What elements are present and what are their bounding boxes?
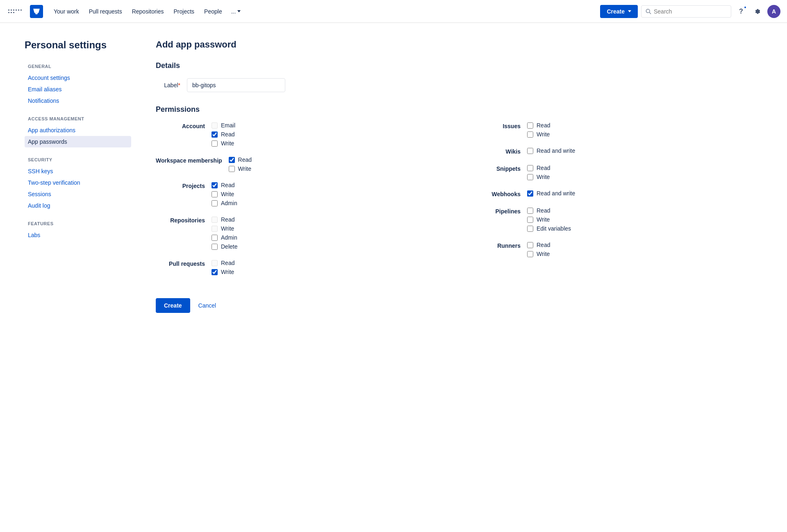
sidebar-item-app-authorizations[interactable]: App authorizations [25, 125, 131, 136]
chevron-down-icon [628, 10, 631, 12]
checkbox-pull-requests-write[interactable] [212, 269, 218, 275]
sidebar-section-3: FEATURESLabs [25, 221, 131, 241]
checkbox-account-read[interactable] [212, 131, 218, 138]
perm-group-label-1: Wikis [471, 147, 521, 155]
nav-links: Your work Pull requests Repositories Pro… [50, 6, 597, 17]
checkbox-runners-read[interactable] [527, 242, 533, 248]
search-box[interactable] [641, 5, 731, 18]
perm-option-pipelines-edit-variables[interactable]: Edit variables [527, 225, 571, 232]
nav-pull-requests[interactable]: Pull requests [85, 6, 126, 17]
sidebar-item-ssh-keys[interactable]: SSH keys [25, 165, 131, 177]
top-navigation: Your work Pull requests Repositories Pro… [0, 0, 787, 23]
perm-option-account-email[interactable]: Email [212, 122, 235, 129]
perm-option-account-write[interactable]: Write [212, 140, 235, 147]
sidebar-item-email-aliases[interactable]: Email aliases [25, 84, 131, 95]
checkbox-runners-write[interactable] [527, 251, 533, 257]
details-heading: Details [156, 61, 762, 70]
label-input[interactable] [187, 78, 285, 92]
checkbox-wikis-read-and-write[interactable] [527, 148, 533, 154]
checkbox-pipelines-write[interactable] [527, 217, 533, 223]
perm-option-issues-read[interactable]: Read [527, 122, 550, 129]
details-section: Details Label* [156, 61, 762, 92]
perm-group-label-0: Issues [471, 122, 521, 129]
checkbox-pipelines-edit-variables[interactable] [527, 226, 533, 232]
label-field-label: Label* [156, 82, 180, 88]
sidebar-item-two-step-verification[interactable]: Two-step verification [25, 177, 131, 188]
checkbox-pipelines-read[interactable] [527, 208, 533, 214]
sidebar-item-app-passwords[interactable]: App passwords [25, 136, 131, 147]
help-badge [744, 6, 747, 9]
perm-option-snippets-write[interactable]: Write [527, 174, 550, 180]
sidebar-item-audit-log[interactable]: Audit log [25, 200, 131, 211]
checkbox-repositories-delete[interactable] [212, 244, 218, 250]
perm-option-snippets-read[interactable]: Read [527, 165, 550, 171]
sidebar-item-sessions[interactable]: Sessions [25, 188, 131, 200]
nav-your-work[interactable]: Your work [50, 6, 83, 17]
search-input[interactable] [654, 8, 719, 15]
perm-option-repositories-admin[interactable]: Admin [212, 234, 237, 241]
perm-option-repositories-read[interactable]: Read [212, 216, 237, 223]
gear-icon [754, 8, 761, 15]
checkbox-projects-admin[interactable] [212, 200, 218, 206]
perm-option-wikis-read-and-write[interactable]: Read and write [527, 147, 575, 154]
sidebar-item-labs[interactable]: Labs [25, 229, 131, 241]
create-button[interactable]: Create [156, 298, 190, 313]
perm-option-issues-write[interactable]: Write [527, 131, 550, 138]
perm-option-account-read[interactable]: Read [212, 131, 235, 138]
perm-option-projects-read[interactable]: Read [212, 182, 237, 188]
perm-group-workspace-membership: Workspace membershipReadWrite [156, 156, 447, 172]
checkbox-snippets-write[interactable] [527, 174, 533, 180]
perm-option-projects-admin[interactable]: Admin [212, 200, 237, 206]
perm-option-projects-write[interactable]: Write [212, 191, 237, 197]
checkbox-issues-write[interactable] [527, 131, 533, 138]
permissions-heading: Permissions [156, 105, 762, 114]
perm-option-pull-requests-read[interactable]: Read [212, 260, 234, 266]
perm-group-label-0: Account [156, 122, 205, 129]
checkbox-account-write[interactable] [212, 140, 218, 147]
checkbox-repositories-admin[interactable] [212, 235, 218, 241]
avatar[interactable]: A [767, 5, 780, 18]
perm-group-label-2: Snippets [471, 165, 521, 172]
checkbox-snippets-read[interactable] [527, 165, 533, 171]
checkbox-webhooks-read-and-write[interactable] [527, 190, 533, 197]
settings-button[interactable] [751, 5, 764, 18]
perm-group-label-3: Webhooks [471, 190, 521, 197]
sidebar-section-0: GENERALAccount settingsEmail aliasesNoti… [25, 64, 131, 106]
nav-projects[interactable]: Projects [170, 6, 199, 17]
nav-repositories[interactable]: Repositories [128, 6, 168, 17]
perm-option-repositories-delete[interactable]: Delete [212, 243, 237, 250]
perm-option-workspace-membership-read[interactable]: Read [229, 156, 252, 163]
nav-people[interactable]: People [200, 6, 226, 17]
perm-group-pipelines: PipelinesReadWriteEdit variables [471, 207, 762, 232]
perm-option-pipelines-read[interactable]: Read [527, 207, 571, 214]
sidebar-item-account-settings[interactable]: Account settings [25, 72, 131, 84]
checkbox-workspace-membership-read[interactable] [229, 157, 235, 163]
label-row: Label* [156, 78, 762, 92]
perm-group-runners: RunnersReadWrite [471, 242, 762, 257]
sidebar-section-label-2: SECURITY [25, 157, 131, 162]
perm-option-workspace-membership-write[interactable]: Write [229, 165, 252, 172]
svg-point-0 [646, 9, 650, 13]
checkbox-projects-read[interactable] [212, 182, 218, 188]
sidebar-item-notifications[interactable]: Notifications [25, 95, 131, 106]
create-button[interactable]: Create [600, 5, 638, 18]
search-icon [646, 9, 651, 14]
perm-option-pipelines-write[interactable]: Write [527, 216, 571, 223]
sidebar-section-1: ACCESS MANAGEMENTApp authorizationsApp p… [25, 116, 131, 147]
checkbox-workspace-membership-write[interactable] [229, 166, 235, 172]
perm-option-pull-requests-write[interactable]: Write [212, 269, 234, 275]
perm-option-runners-read[interactable]: Read [527, 242, 550, 248]
checkbox-projects-write[interactable] [212, 191, 218, 197]
checkbox-repositories-write [212, 226, 218, 232]
perm-option-webhooks-read-and-write[interactable]: Read and write [527, 190, 575, 197]
checkbox-pull-requests-read [212, 260, 218, 266]
help-button[interactable]: ? [735, 5, 748, 18]
checkbox-issues-read[interactable] [527, 122, 533, 129]
perm-option-repositories-write[interactable]: Write [212, 225, 237, 232]
cancel-button[interactable]: Cancel [195, 298, 220, 313]
perm-group-label-4: Pipelines [471, 207, 521, 215]
apps-grid-icon[interactable] [7, 8, 23, 15]
logo[interactable] [30, 5, 43, 18]
perm-option-runners-write[interactable]: Write [527, 251, 550, 257]
nav-more[interactable]: ... [228, 6, 244, 17]
